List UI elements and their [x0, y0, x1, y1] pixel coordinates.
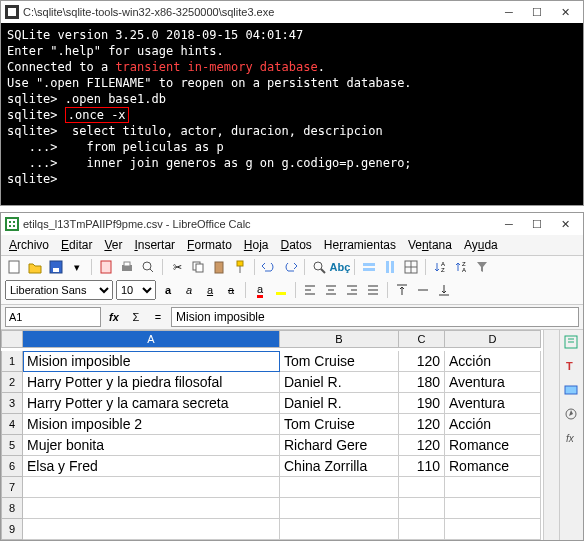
gallery-icon[interactable] — [563, 382, 581, 400]
row-header[interactable]: 4 — [1, 414, 23, 435]
menu-ver[interactable]: Ver — [104, 238, 122, 252]
menu-datos[interactable]: Datos — [281, 238, 312, 252]
cell[interactable] — [399, 498, 445, 519]
row-header[interactable]: 7 — [1, 477, 23, 498]
spellcheck-icon[interactable]: Abç — [331, 258, 349, 276]
font-size-select[interactable]: 10 — [116, 280, 156, 300]
col-header-D[interactable]: D — [445, 330, 541, 348]
col-header-C[interactable]: C — [399, 330, 445, 348]
cell[interactable]: 120 — [399, 351, 445, 372]
functions-icon[interactable]: fx — [563, 430, 581, 448]
cell[interactable] — [23, 519, 280, 540]
align-justify-icon[interactable] — [364, 281, 382, 299]
col-header-A[interactable]: A — [23, 330, 280, 348]
row-header[interactable]: 2 — [1, 372, 23, 393]
row-header[interactable]: 1 — [1, 351, 23, 372]
valign-bot-icon[interactable] — [435, 281, 453, 299]
cell[interactable]: Mision imposible 2 — [23, 414, 280, 435]
open-icon[interactable] — [26, 258, 44, 276]
cell[interactable]: 110 — [399, 456, 445, 477]
cell[interactable]: Harry Potter y la camara secreta — [23, 393, 280, 414]
row-header[interactable]: 5 — [1, 435, 23, 456]
cell[interactable]: Romance — [445, 456, 541, 477]
col-icon[interactable] — [381, 258, 399, 276]
cell[interactable]: Harry Potter y la piedra filosofal — [23, 372, 280, 393]
underline-icon[interactable]: a — [201, 281, 219, 299]
table-icon[interactable] — [402, 258, 420, 276]
valign-mid-icon[interactable] — [414, 281, 432, 299]
row-header[interactable]: 9 — [1, 519, 23, 540]
col-header-B[interactable]: B — [280, 330, 399, 348]
minimize-button[interactable]: ─ — [495, 214, 523, 234]
font-color-icon[interactable]: a — [251, 281, 269, 299]
minimize-button[interactable]: ─ — [495, 2, 523, 22]
cell[interactable] — [445, 477, 541, 498]
function-wizard-icon[interactable]: fx — [105, 308, 123, 326]
cell[interactable]: Romance — [445, 435, 541, 456]
cell[interactable]: Mujer bonita — [23, 435, 280, 456]
cell[interactable]: Tom Cruise — [280, 414, 399, 435]
cell[interactable] — [280, 519, 399, 540]
maximize-button[interactable]: ☐ — [523, 2, 551, 22]
cell[interactable] — [445, 498, 541, 519]
cell[interactable] — [23, 498, 280, 519]
cut-icon[interactable]: ✂ — [168, 258, 186, 276]
sum-icon[interactable]: Σ — [127, 308, 145, 326]
find-icon[interactable] — [310, 258, 328, 276]
menu-archivo[interactable]: Archivo — [9, 238, 49, 252]
undo-icon[interactable] — [260, 258, 278, 276]
row-header[interactable]: 6 — [1, 456, 23, 477]
new-icon[interactable] — [5, 258, 23, 276]
cell[interactable] — [445, 519, 541, 540]
cell[interactable]: Acción — [445, 351, 541, 372]
dropdown-icon[interactable]: ▾ — [68, 258, 86, 276]
cell[interactable]: 120 — [399, 435, 445, 456]
cell[interactable] — [280, 498, 399, 519]
menu-formato[interactable]: Formato — [187, 238, 232, 252]
cell[interactable]: Elsa y Fred — [23, 456, 280, 477]
maximize-button[interactable]: ☐ — [523, 214, 551, 234]
align-center-icon[interactable] — [322, 281, 340, 299]
paste-icon[interactable] — [210, 258, 228, 276]
format-paint-icon[interactable] — [231, 258, 249, 276]
cell[interactable]: Richard Gere — [280, 435, 399, 456]
menu-hoja[interactable]: Hoja — [244, 238, 269, 252]
italic-icon[interactable]: a — [180, 281, 198, 299]
formula-input[interactable]: Mision imposible — [171, 307, 579, 327]
cell[interactable]: Aventura — [445, 393, 541, 414]
cell[interactable]: China Zorrilla — [280, 456, 399, 477]
close-button[interactable]: ✕ — [551, 214, 579, 234]
navigator-icon[interactable] — [563, 406, 581, 424]
align-left-icon[interactable] — [301, 281, 319, 299]
cell[interactable]: 120 — [399, 414, 445, 435]
highlight-icon[interactable] — [272, 281, 290, 299]
copy-icon[interactable] — [189, 258, 207, 276]
row-header[interactable]: 8 — [1, 498, 23, 519]
pdf-icon[interactable] — [97, 258, 115, 276]
cell[interactable]: 190 — [399, 393, 445, 414]
cell[interactable]: Daniel R. — [280, 393, 399, 414]
properties-icon[interactable] — [563, 334, 581, 352]
menu-ventana[interactable]: Ventana — [408, 238, 452, 252]
valign-top-icon[interactable] — [393, 281, 411, 299]
cell[interactable]: Aventura — [445, 372, 541, 393]
print-icon[interactable] — [118, 258, 136, 276]
bold-icon[interactable]: a — [159, 281, 177, 299]
menu-editar[interactable]: Editar — [61, 238, 92, 252]
select-all-corner[interactable] — [1, 330, 23, 348]
cell[interactable]: 180 — [399, 372, 445, 393]
close-button[interactable]: ✕ — [551, 2, 579, 22]
cell[interactable]: Daniel R. — [280, 372, 399, 393]
equals-icon[interactable]: = — [149, 308, 167, 326]
menu-herramientas[interactable]: Herramientas — [324, 238, 396, 252]
cell[interactable]: Mision imposible — [23, 351, 280, 372]
row-header[interactable]: 3 — [1, 393, 23, 414]
cell[interactable] — [399, 519, 445, 540]
cell-reference-input[interactable] — [5, 307, 101, 327]
sort-desc-icon[interactable]: ZA — [452, 258, 470, 276]
cell[interactable]: Tom Cruise — [280, 351, 399, 372]
strike-icon[interactable]: a — [222, 281, 240, 299]
menu-ayuda[interactable]: Ayuda — [464, 238, 498, 252]
save-icon[interactable] — [47, 258, 65, 276]
cell[interactable] — [280, 477, 399, 498]
